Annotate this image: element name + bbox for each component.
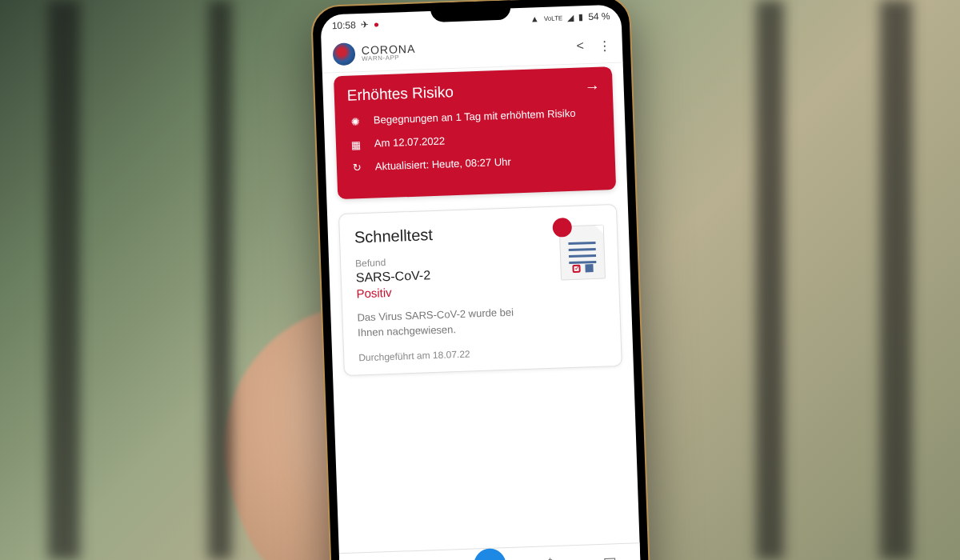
wifi-icon: ▲ [530,14,539,23]
arrow-right-icon: → [584,78,600,97]
status-time: 10:58 [332,19,357,31]
nav-scan[interactable]: ▦ Scannen [459,552,521,560]
risk-encounters: Begegnungen an 1 Tag mit erhöhtem Risiko [374,106,576,128]
phone-frame: 10:58 ✈ ● ▲ VoLTE ◢ ▮ 54 % CORONA WARN-A… [310,0,652,560]
app-logo-icon [333,42,356,66]
risk-date: Am 12.07.2022 [374,134,446,151]
qr-icon: ▦ [474,548,506,560]
telegram-icon: ✈ [361,19,369,30]
risk-card[interactable]: Erhöhtes Risiko → ✺ Begegnungen an 1 Tag… [334,66,616,199]
risk-updated: Aktualisiert: Heute, 08:27 Uhr [375,155,511,174]
battery-percent: 54 % [588,10,610,22]
test-card[interactable]: Schnelltest Befund SARS-CoV-2 Positiv Da… [338,204,622,376]
battery-icon: ▮ [578,12,583,22]
virus-icon: ✺ [348,114,363,130]
clock-icon: ↻ [350,161,365,176]
status-icon: ((•)) [357,558,382,560]
share-icon[interactable]: < [576,38,584,54]
nav-diary[interactable]: ▭ Tagebuch [580,548,642,560]
test-description: Das Virus SARS-CoV-2 wurde bei Ihnen nac… [357,303,534,341]
risk-title: Erhöhtes Risiko [346,83,454,105]
dot-icon: ● [374,18,380,30]
notch [430,0,511,22]
test-performed: Durchgeführt am 18.07.22 [358,343,606,363]
nav-certificates[interactable]: ✪ Zertifikate [399,554,461,560]
nav-checkin[interactable]: ⌖ Check-in [520,550,582,560]
app-subtitle: WARN-APP [362,54,416,62]
more-icon[interactable]: ⋮ [598,38,612,54]
calendar-icon: ▦ [349,138,364,153]
app-brand: CORONA WARN-APP [333,41,416,66]
document-icon [552,216,606,280]
nav-status[interactable]: ((•)) Status [339,557,401,560]
certificate-icon: ✪ [423,555,436,560]
book-icon: ▭ [603,549,618,560]
screen: 10:58 ✈ ● ▲ VoLTE ◢ ▮ 54 % CORONA WARN-A… [320,5,642,560]
location-icon: ⌖ [546,551,554,560]
volte-icon: VoLTE [544,14,563,22]
signal-icon: ◢ [567,12,574,22]
